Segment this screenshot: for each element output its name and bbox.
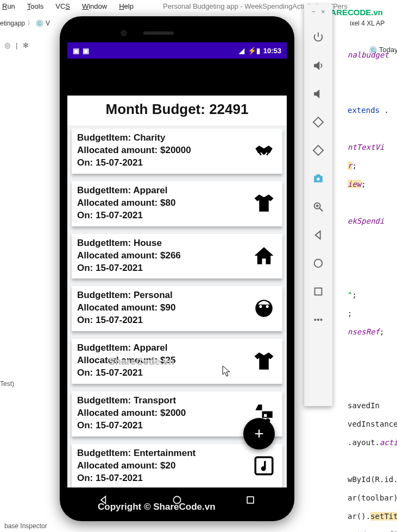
budget-item[interactable]: BudgetItem: ApparelAllocated amount: $80…: [72, 181, 282, 226]
svg-line-4: [320, 208, 323, 212]
volume-down-icon[interactable]: [304, 80, 332, 108]
target-icon[interactable]: ◎: [4, 41, 10, 49]
budget-item-text: BudgetItem: TransportAllocated amount: $…: [77, 395, 186, 432]
divider: |: [16, 41, 17, 49]
device-notch: [67, 24, 287, 42]
class-icon: C: [36, 20, 43, 27]
android-nav-bar: [67, 487, 287, 514]
budget-item-text: BudgetItem: PersonalAllocated amount: $9…: [77, 289, 175, 327]
handshake-icon: [251, 139, 277, 162]
svg-rect-16: [264, 414, 267, 417]
svg-point-20: [173, 496, 180, 503]
test-panel-label[interactable]: Test): [0, 380, 14, 388]
menu-vcs[interactable]: VCS: [55, 2, 70, 10]
breadcrumb-tab[interactable]: V: [46, 20, 50, 27]
svg-point-10: [317, 319, 319, 320]
ide-toolbar: ◎ | ✻: [4, 41, 29, 49]
shirt-icon: [251, 350, 277, 372]
android-status-bar: ▣ ▣ ◢ ⚡▮ 10:53: [67, 42, 287, 59]
debug-icon-2: ▣: [83, 47, 89, 55]
svg-point-9: [314, 319, 316, 320]
house-icon: [251, 244, 277, 267]
svg-point-14: [266, 305, 269, 308]
budget-item[interactable]: BudgetItem: EntertainmentAllocated amoun…: [72, 444, 282, 487]
budget-item-text: BudgetItem: CharityAllocated amount: $20…: [77, 132, 191, 169]
svg-point-7: [314, 259, 323, 268]
device-selector[interactable]: ixel 4 XL AP: [350, 20, 385, 27]
ide-breadcrumb: etingapp 〉 C V: [0, 18, 50, 28]
emulator-toolbar: − ×: [304, 4, 332, 406]
svg-rect-8: [315, 288, 322, 295]
breadcrumb-segment[interactable]: etingapp: [0, 20, 25, 27]
app-toolbar-blank: [67, 59, 287, 96]
close-button[interactable]: ×: [321, 8, 325, 16]
budget-item[interactable]: BudgetItem: CharityAllocated amount: $20…: [72, 129, 282, 174]
code-editor[interactable]: nalbudget extends . ntTextVi r; iew; ekS…: [348, 46, 397, 532]
app-screen[interactable]: Month Budget: 22491 BudgetItem: CharityA…: [67, 96, 287, 487]
minimize-button[interactable]: −: [311, 8, 316, 16]
svg-point-2: [317, 178, 320, 181]
face-icon: [251, 297, 277, 320]
budget-item[interactable]: BudgetItem: HouseAllocated amount: $266O…: [72, 234, 282, 279]
svg-point-13: [259, 305, 262, 308]
budget-item[interactable]: BudgetItem: PersonalAllocated amount: $9…: [72, 286, 282, 331]
menu-run[interactable]: Run: [2, 2, 15, 10]
shirt-icon: [251, 192, 277, 214]
page-title: Month Budget: 22491: [67, 96, 287, 125]
power-icon[interactable]: [304, 23, 332, 52]
battery-icon: ⚡▮: [248, 47, 260, 55]
budget-item-text: BudgetItem: HouseAllocated amount: $266O…: [77, 237, 181, 275]
volume-up-icon[interactable]: [304, 52, 332, 80]
nav-home-icon[interactable]: [172, 495, 182, 507]
svg-rect-0: [313, 117, 323, 127]
overview-icon[interactable]: [304, 277, 332, 306]
music-icon: [251, 454, 277, 477]
rotate-left-icon[interactable]: [304, 108, 332, 136]
ide-menu: Run Tools VCS Window Help: [2, 2, 134, 10]
signal-icon: ◢: [239, 47, 244, 55]
budget-item-text: BudgetItem: ApparelAllocated amount: $80…: [77, 185, 175, 222]
nav-back-icon[interactable]: [98, 495, 109, 507]
svg-point-11: [320, 319, 322, 320]
zoom-icon[interactable]: [304, 193, 332, 221]
debug-icon: ▣: [73, 47, 79, 55]
bottom-tab[interactable]: base Inspector: [4, 522, 47, 530]
add-fab[interactable]: +: [243, 418, 275, 449]
rotate-right-icon[interactable]: [304, 136, 332, 164]
plus-icon: +: [254, 425, 264, 443]
svg-rect-21: [247, 497, 254, 503]
menu-tools[interactable]: Tools: [27, 2, 43, 10]
budget-item-text: BudgetItem: ApparelAllocated amount: $25…: [77, 342, 175, 379]
clock: 10:53: [263, 47, 281, 55]
more-icon[interactable]: [304, 306, 332, 334]
svg-rect-1: [313, 145, 323, 155]
budget-item-text: BudgetItem: EntertainmentAllocated amoun…: [77, 447, 196, 485]
nav-overview-icon[interactable]: [245, 495, 256, 507]
budget-item[interactable]: BudgetItem: ApparelAllocated amount: $25…: [72, 339, 282, 384]
home-icon[interactable]: [304, 249, 332, 277]
emulator-device-frame: ▣ ▣ ◢ ⚡▮ 10:53 Month Budget: 22491 Budge…: [60, 16, 294, 521]
settings-icon[interactable]: ✻: [23, 41, 29, 49]
back-icon[interactable]: [304, 221, 332, 249]
menu-help[interactable]: Help: [119, 2, 134, 10]
camera-icon[interactable]: [304, 164, 332, 193]
menu-window[interactable]: Window: [82, 2, 107, 10]
